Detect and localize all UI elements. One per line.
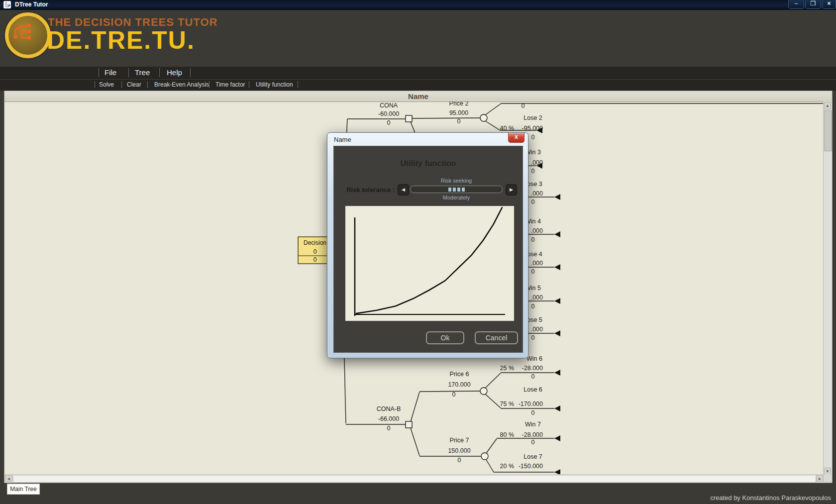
tree-label: Lose 2 [523,114,542,121]
tree-label: .000 [531,326,543,333]
tree-branch-line [485,373,501,388]
cancel-button[interactable]: Cancel [475,331,518,344]
tool-item-utility-function[interactable]: Utility function [256,81,293,88]
risk-tolerance-label: Risk tolerance : [339,186,395,194]
decision-node-square[interactable] [406,115,412,122]
tree-label: 75 % [500,401,515,407]
app-logo-text: DE.TRE.TU. [47,26,195,55]
java-app-icon [3,1,11,8]
toolbar: SolveClearBreak-Even AnalysisTime factor… [0,79,836,91]
tree-label: Price 7 [450,437,469,444]
tree-label: .000 [531,190,543,197]
leaf-arrow-icon [554,231,560,237]
slider-above-label: Risk seeking [410,178,503,184]
app-logo-icon [5,12,51,58]
tree-label: 170.000 [448,381,470,388]
tree-label: 40 % [500,125,515,132]
decision-node-square[interactable] [406,421,412,428]
tree-label: 0 [531,373,535,380]
tool-item-break-even-analysis[interactable]: Break-Even Analysis [154,81,209,88]
tree-label: Win 6 [526,355,542,362]
tree-label: -150.000 [519,463,543,470]
ok-button[interactable]: Ok [426,331,464,344]
tool-item-clear[interactable]: Clear [127,81,141,88]
scroll-right-icon[interactable]: ► [816,475,824,482]
chance-node-circle[interactable] [480,388,487,395]
tool-item-time-factor[interactable]: Time factor [215,81,245,88]
utility-curve [356,207,502,313]
dialog-panel: Utility function Risk tolerance : ◀ ▶ Ri… [333,146,523,353]
leaf-arrow-icon [554,405,560,411]
tree-label: .000 [531,260,543,267]
window-title: DTree Tutor [15,1,48,8]
separator [128,68,129,77]
leaf-arrow-icon [554,370,560,376]
decision-node-value: 0 [314,256,317,263]
tree-branch-line [412,118,480,118]
tree-label: 0 [531,134,535,141]
tree-label: 0 [452,391,456,398]
separator [159,68,160,77]
tree-branch-line [486,460,494,472]
tree-label: Win 7 [525,421,541,428]
separator [190,68,191,77]
tree-label: 0 [387,425,391,432]
tree-label: -28.000 [522,431,543,438]
tree-label: 80 % [500,431,515,438]
branding-band: THE DECISION TREES TUTOR DE.TRE.TU. [0,10,836,67]
horizontal-scroll-thumb[interactable] [13,475,816,483]
tree-label: .000 [531,294,543,301]
tree-label: 0 [531,268,535,275]
scroll-up-icon[interactable]: ▲ [824,102,831,109]
tree-label: 0 [531,409,535,416]
risk-tolerance-slider[interactable] [410,186,503,193]
tool-item-solve[interactable]: Solve [99,81,114,88]
tree-label: 0 [458,457,461,464]
scroll-left-icon[interactable]: ◄ [5,475,12,482]
leaf-arrow-icon [554,264,560,270]
dialog-close-icon[interactable]: x [508,133,524,143]
tree-label: -28.000 [522,365,543,372]
vertical-scrollbar[interactable]: ▲ ▼ [823,101,832,476]
tree-label: 0 [387,119,391,126]
tree-label: CONA [380,102,398,109]
slider-left-arrow-icon[interactable]: ◀ [398,184,409,196]
utility-function-dialog: Name x Utility function Risk tolerance :… [327,132,528,358]
tree-label: .000 [531,227,543,234]
restore-button[interactable]: ❐ [805,0,821,9]
minimize-button[interactable]: – [788,0,804,9]
separator [249,81,249,88]
tree-label: 0 [531,199,535,205]
tree-label: 0 [531,334,535,341]
menu-item-file[interactable]: File [104,68,116,77]
scroll-down-icon[interactable]: ▼ [824,468,831,475]
tree-label: -170.000 [519,401,543,407]
tree-label: 95.000 [449,109,468,116]
slider-tick [453,188,456,192]
tab-main-tree[interactable]: Main Tree [7,484,40,495]
tree-label: 0 [457,118,461,125]
leaf-arrow-icon [554,298,560,304]
chance-node-circle[interactable] [480,114,487,121]
horizontal-scrollbar[interactable]: ◄ ► [4,474,824,483]
utility-curve-chart [345,206,514,321]
menu-item-help[interactable]: Help [167,68,182,77]
slider-tick [448,188,451,192]
decision-node-label: Decision [304,239,326,246]
tree-label: CONA-B [377,405,401,412]
tree-branch-line [411,392,419,422]
menu-item-tree[interactable]: Tree [135,68,150,77]
separator [121,81,122,88]
separator [99,68,99,77]
vertical-scroll-thumb[interactable] [824,110,832,151]
close-button[interactable]: × [822,0,836,9]
separator [95,81,95,88]
tree-branch-line [485,121,500,130]
leaf-arrow-icon [554,330,560,336]
scrollbar-corner [824,475,832,483]
tree-label: 0 [531,236,535,243]
tree-label: Price 2 [449,101,469,107]
slider-right-arrow-icon[interactable]: ▶ [506,184,517,196]
canvas-header-title: Name [4,91,832,102]
chance-node-circle[interactable] [481,453,488,460]
